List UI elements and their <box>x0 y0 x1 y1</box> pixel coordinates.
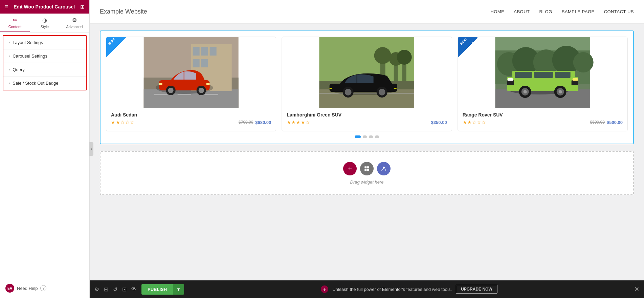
svg-point-63 <box>558 90 562 93</box>
price-group-1: $700.00 $680.00 <box>239 120 271 125</box>
content-icon: ✏ <box>13 17 17 23</box>
dot-4[interactable] <box>375 135 379 138</box>
svg-rect-57 <box>572 78 578 81</box>
svg-point-15 <box>168 88 174 93</box>
svg-rect-38 <box>394 88 397 89</box>
svg-rect-4 <box>193 47 200 56</box>
add-widget-button[interactable]: + <box>343 162 357 175</box>
preview-icon[interactable]: 👁 <box>131 286 137 292</box>
product-info-1: Audi Sedan ★★☆☆☆ $700.00 $680.00 <box>106 108 276 131</box>
chevron-layout-icon: › <box>9 41 10 44</box>
product-carousel: Sale! Audi Sedan ★★☆☆☆ $700.00 $680.00 <box>100 30 634 144</box>
ea-badge: EA <box>5 284 14 293</box>
svg-point-34 <box>345 89 352 95</box>
advanced-icon: ⚙ <box>72 17 77 23</box>
product-stars-1: ★★☆☆☆ <box>111 120 135 125</box>
product-info-3: Range Rover SUV ★★☆☆☆ $599.00 $500.00 <box>458 108 627 131</box>
template-button[interactable] <box>377 162 391 175</box>
sidebar-collapse-handle[interactable]: ‹ <box>89 142 93 156</box>
svg-rect-18 <box>159 83 162 85</box>
product-image-1: Sale! <box>106 37 276 108</box>
svg-rect-64 <box>364 166 367 168</box>
product-stars-3: ★★☆☆☆ <box>463 120 486 125</box>
sidebar-title: Edit Woo Product Carousel <box>14 4 75 9</box>
nav-sample-page[interactable]: SAMPLE PAGE <box>562 9 595 14</box>
upgrade-button[interactable]: UPGRADE NOW <box>456 285 497 294</box>
svg-point-36 <box>379 89 385 95</box>
svg-rect-56 <box>507 78 513 81</box>
nav-contact-us[interactable]: CONTACT US <box>604 9 634 14</box>
section-carousel-settings[interactable]: › Carousel Settings <box>3 49 86 63</box>
tab-content-label: Content <box>8 25 22 29</box>
svg-point-17 <box>199 88 204 93</box>
svg-point-68 <box>383 167 385 169</box>
drag-widget-label: Drag widget here <box>350 179 384 185</box>
tab-style-label: Style <box>41 25 49 29</box>
product-new-price-3: $500.00 <box>607 120 623 125</box>
website-logo: Example Website <box>100 8 147 15</box>
library-button[interactable] <box>360 162 374 175</box>
svg-rect-6 <box>210 47 217 56</box>
sidebar-tabs: ✏ Content ◑ Style ⚙ Advanced <box>0 14 89 33</box>
svg-rect-55 <box>571 80 578 85</box>
section-sale-badge[interactable]: › Sale / Stock Out Badge <box>3 77 86 90</box>
product-name-1: Audi Sedan <box>111 112 271 118</box>
svg-rect-19 <box>206 83 210 85</box>
dot-3[interactable] <box>369 135 373 138</box>
svg-rect-67 <box>367 169 369 171</box>
layers-icon[interactable]: ⊟ <box>104 286 108 293</box>
product-image-2 <box>282 37 451 108</box>
help-icon: ? <box>40 285 46 291</box>
product-card-2[interactable]: Lamborghini Green SUV ★★★★☆ $350.00 <box>282 37 452 131</box>
product-name-2: Lamborghini Green SUV <box>287 112 447 118</box>
svg-rect-51 <box>515 72 532 78</box>
need-help-section[interactable]: EA Need Help ? <box>0 278 89 298</box>
tab-advanced[interactable]: ⚙ Advanced <box>60 14 89 32</box>
product-stars-2: ★★★★☆ <box>287 120 310 125</box>
publish-button[interactable]: PUBLISH <box>141 284 173 295</box>
nav-home[interactable]: HOME <box>490 9 504 14</box>
settings-icon[interactable]: ⚙ <box>94 286 99 293</box>
product-price-2: ★★★★☆ $350.00 <box>287 120 447 125</box>
sidebar: ≡ Edit Woo Product Carousel ⊞ ✏ Content … <box>0 0 90 298</box>
promo-text: Unleash the full power of Elementor's fe… <box>332 287 452 292</box>
svg-rect-66 <box>364 169 367 171</box>
product-new-price-1: $680.00 <box>255 120 271 125</box>
drop-buttons: + <box>343 162 391 175</box>
content-area: Example Website HOME ABOUT BLOG SAMPLE P… <box>90 0 644 298</box>
close-button[interactable]: ✕ <box>634 285 639 293</box>
responsive-icon[interactable]: ⊡ <box>122 286 127 293</box>
history-icon[interactable]: ↺ <box>113 286 117 293</box>
section-layout-settings[interactable]: › Layout Settings <box>3 36 86 49</box>
product-name-3: Range Rover SUV <box>463 112 623 118</box>
bottom-promo: e Unleash the full power of Elementor's … <box>321 285 497 294</box>
svg-rect-9 <box>154 94 168 95</box>
svg-rect-10 <box>178 94 191 95</box>
product-card-1[interactable]: Sale! Audi Sedan ★★☆☆☆ $700.00 $680.00 <box>106 37 276 131</box>
publish-group: PUBLISH ▼ <box>141 284 184 295</box>
product-price-3: ★★☆☆☆ $599.00 $500.00 <box>463 120 623 125</box>
section-query[interactable]: › Query <box>3 63 86 77</box>
product-old-price-3: $599.00 <box>590 120 605 125</box>
dot-1[interactable] <box>355 135 361 138</box>
elementor-logo: e <box>321 285 328 293</box>
drop-area: + Drag widget here <box>100 151 634 195</box>
hamburger-icon[interactable]: ≡ <box>5 3 8 10</box>
grid-icon[interactable]: ⊞ <box>80 4 85 10</box>
svg-rect-54 <box>507 80 514 85</box>
sale-badge-1: Sale! <box>106 37 128 59</box>
chevron-query-icon: › <box>9 68 10 71</box>
dot-2[interactable] <box>363 135 367 138</box>
tab-content[interactable]: ✏ Content <box>0 14 30 32</box>
chevron-carousel-icon: › <box>9 54 10 58</box>
product-image-3: Sale! <box>458 37 627 108</box>
product-card-3[interactable]: Sale! Range Rover SUV ★★☆☆☆ $599.00 $500… <box>458 37 628 131</box>
nav-blog[interactable]: BLOG <box>539 9 552 14</box>
sale-badge-3: Sale! <box>458 37 480 59</box>
nav-about[interactable]: ABOUT <box>514 9 530 14</box>
tab-style[interactable]: ◑ Style <box>30 14 60 32</box>
svg-point-60 <box>523 90 527 93</box>
sale-badge-label: Sale / Stock Out Badge <box>13 81 58 86</box>
tab-advanced-label: Advanced <box>66 25 83 29</box>
publish-dropdown-button[interactable]: ▼ <box>173 284 184 295</box>
